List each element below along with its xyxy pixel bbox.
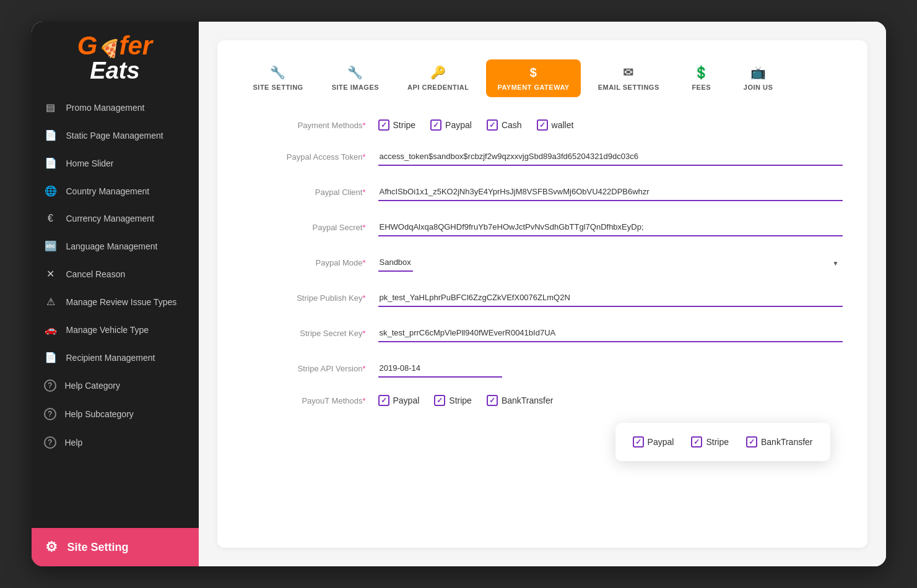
stripe-publish-key-row: Stripe Publish Key* [242,289,843,307]
tooltip-paypal[interactable]: Paypal [633,436,674,447]
sidebar-item-label: Promo Management [66,103,145,113]
stripe-api-version-input[interactable] [378,360,502,378]
help-cat-icon: ? [44,379,56,392]
cb-payout-paypal-label: Paypal [393,396,420,405]
tab-email-settings[interactable]: ✉ EMAIL SETTINGS [587,59,671,97]
stripe-secret-key-input[interactable] [378,324,843,342]
paypal-client-label: Paypal Client* [242,188,366,197]
tab-fees[interactable]: 💲 FEES [677,59,726,97]
paypal-secret-label: Paypal Secret* [242,223,366,232]
checkbox-payout-bank[interactable] [487,395,498,406]
paypal-access-token-input[interactable] [378,148,843,166]
tab-label: API CREDENTIAL [407,84,469,91]
stripe-api-version-label: Stripe API Version* [242,364,366,373]
list-icon: ▤ [44,102,58,113]
sidebar-item-cancel[interactable]: ✕ Cancel Reason [32,260,199,288]
cb-stripe[interactable]: Stripe [378,119,416,131]
key-icon: 🔑 [430,65,446,80]
help-sub-icon: ? [44,408,56,420]
cb-wallet[interactable]: wallet [537,119,574,131]
sidebar-item-review[interactable]: ⚠ Manage Review Issue Types [32,288,199,316]
logo-area: G🍕fer Eats [32,22,199,89]
paypal-mode-wrapper: Sandbox Live [378,254,843,272]
sidebar-item-label: Help [65,438,83,447]
payout-methods-row: PayouT Methods* Paypal Stripe BankTransf… [242,395,843,406]
tooltip-stripe[interactable]: Stripe [691,436,729,447]
sidebar-item-recipient[interactable]: 📄 Recipient Management [32,344,199,371]
checkbox-paypal[interactable] [430,119,441,131]
fees-icon: 💲 [693,65,710,80]
tooltip-checkbox-stripe[interactable] [691,436,702,447]
cb-paypal-label: Paypal [445,120,472,130]
tab-label: SITE IMAGES [332,84,379,91]
tab-label: SITE SETTING [253,84,303,91]
cb-cash[interactable]: Cash [487,119,522,131]
site-setting-button[interactable]: ⚙ Site Setting [32,528,199,566]
sidebar-item-home-slider[interactable]: 📄 Home Slider [32,149,199,177]
tab-site-images[interactable]: 🔧 SITE IMAGES [321,59,390,97]
tooltip-bank[interactable]: BankTransfer [746,436,813,447]
dollar-icon: $ [530,66,537,80]
paypal-secret-input[interactable] [378,218,843,236]
paypal-mode-select[interactable]: Sandbox Live [378,254,413,272]
paypal-client-row: Paypal Client* [242,183,843,201]
sidebar-item-static-page[interactable]: 📄 Static Page Management [32,121,199,149]
cb-payout-stripe[interactable]: Stripe [434,395,472,406]
sidebar-item-label: Help Category [65,381,121,391]
payment-methods-checkboxes: Stripe Paypal Cash wallet [378,119,574,131]
sidebar-item-help-sub[interactable]: ? Help Subcategory [32,400,199,428]
sidebar-item-vehicle[interactable]: 🚗 Manage Vehicle Type [32,316,199,344]
tooltip-checkbox-bank[interactable] [746,436,757,447]
sidebar-item-help[interactable]: ? Help [32,428,199,457]
sidebar-item-label: Language Management [66,241,158,251]
tab-api-credential[interactable]: 🔑 API CREDENTIAL [396,59,480,97]
cb-payout-paypal[interactable]: Paypal [378,395,420,406]
stripe-publish-key-input[interactable] [378,289,843,307]
tab-join-us[interactable]: 📺 JOIN US [732,59,784,97]
checkbox-stripe[interactable] [378,119,389,131]
cb-payout-bank-label: BankTransfer [502,396,554,405]
sidebar-item-label: Manage Review Issue Types [66,297,177,307]
sidebar-item-label: Currency Management [66,214,154,223]
tab-site-setting[interactable]: 🔧 SITE SETTING [242,59,315,97]
tooltip-paypal-label: Paypal [648,437,674,447]
payment-methods-label: Payment Methods* [242,121,366,130]
sidebar-item-promo[interactable]: ▤ Promo Management [32,93,199,121]
sidebar-item-country[interactable]: 🌐 Country Management [32,177,199,205]
cb-payout-bank[interactable]: BankTransfer [487,395,554,406]
cb-wallet-label: wallet [552,120,574,130]
cb-cash-label: Cash [502,120,522,130]
checkbox-cash[interactable] [487,119,498,131]
page-icon: 📄 [44,129,58,141]
payout-methods-checkboxes: Paypal Stripe BankTransfer [378,395,554,406]
car-icon: 🚗 [44,324,58,335]
sidebar-item-help-cat[interactable]: ? Help Category [32,371,199,400]
paypal-client-input[interactable] [378,183,843,201]
warning-icon: ⚠ [44,296,58,308]
wrench-icon: 🔧 [270,65,286,80]
logo-eats: Eats [77,59,152,82]
sidebar-item-language[interactable]: 🔤 Language Management [32,232,199,260]
sidebar-item-label: Cancel Reason [66,269,126,279]
logo-g: G [77,31,98,60]
payment-methods-row: Payment Methods* Stripe Paypal Cash [242,119,843,131]
checkbox-wallet[interactable] [537,119,548,131]
tab-payment-gateway[interactable]: $ PAYMENT GATEWAY [486,59,580,97]
sidebar-item-label: Static Page Management [66,131,163,141]
main-content: 🔧 SITE SETTING 🔧 SITE IMAGES 🔑 API CREDE… [199,22,886,566]
tooltip-stripe-label: Stripe [706,437,729,447]
checkbox-payout-stripe[interactable] [434,395,445,406]
help-icon: ? [44,436,56,449]
paypal-access-token-label: Paypal Access Token* [242,152,366,162]
tooltip-checkbox-paypal[interactable] [633,436,644,447]
paypal-mode-row: Paypal Mode* Sandbox Live [242,254,843,272]
image-icon: 🔧 [347,65,363,80]
email-icon: ✉ [623,65,634,80]
sidebar-nav: ▤ Promo Management 📄 Static Page Managem… [32,89,199,528]
checkbox-payout-paypal[interactable] [378,395,389,406]
tab-label: JOIN US [744,84,773,91]
cb-paypal[interactable]: Paypal [430,119,472,131]
sidebar-item-currency[interactable]: € Currency Management [32,205,199,232]
globe-icon: 🌐 [44,185,58,197]
payout-tooltip: Paypal Stripe BankTransfer [615,423,830,461]
